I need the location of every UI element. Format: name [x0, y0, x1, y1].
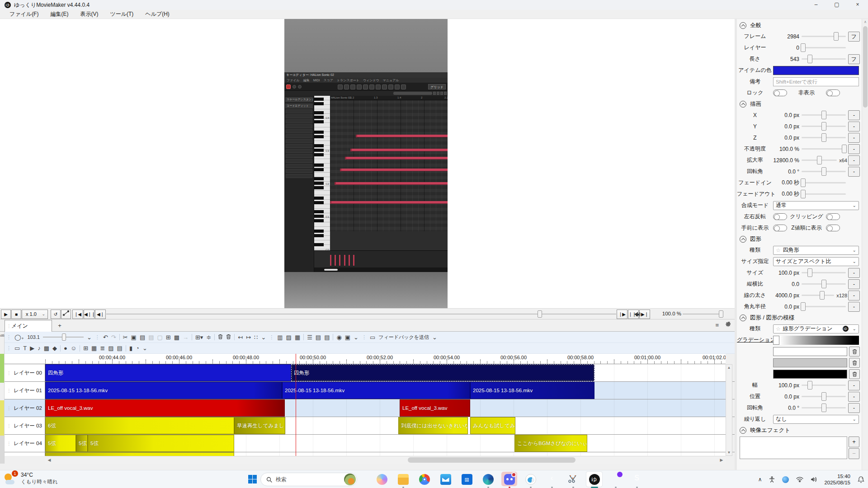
step-back-button[interactable]: ◀❘ — [95, 310, 106, 319]
gradient-color-swatch[interactable] — [773, 358, 847, 367]
redo-icon[interactable]: ↷ — [111, 334, 116, 340]
slider-thumb[interactable] — [801, 190, 806, 198]
video-item-icon[interactable]: ▶ — [30, 345, 34, 351]
delete-color-button[interactable] — [849, 358, 860, 368]
timeline-clip[interactable]: 5弦 — [88, 435, 234, 452]
easing-button[interactable]: - — [848, 279, 860, 289]
text-item-icon[interactable]: T — [23, 345, 27, 351]
speaker-icon[interactable] — [634, 311, 641, 319]
insert-frame-icon[interactable]: ⊞ — [166, 334, 171, 340]
gradient-stop-end[interactable] — [853, 336, 859, 345]
slider-thumb[interactable] — [821, 167, 826, 176]
add-effect-button[interactable]: + — [849, 436, 859, 447]
slider-thumb[interactable] — [817, 156, 822, 164]
taskbar-app-mail[interactable] — [435, 470, 456, 488]
slider-thumb[interactable] — [807, 381, 812, 389]
section-header[interactable]: 図形 / 図形の模様 — [737, 312, 862, 323]
lock-icon[interactable]: ▩ — [174, 334, 179, 340]
prop-value[interactable]: 0.0 px — [773, 112, 799, 118]
prop-dropdown[interactable]: 通常⌄ — [773, 201, 859, 210]
audio-item-icon[interactable]: ♪ — [38, 345, 41, 351]
prop-value[interactable]: 0.00 秒 — [773, 179, 799, 187]
slider-thumb[interactable] — [801, 178, 806, 187]
star-icon[interactable]: ☆ — [776, 326, 781, 332]
cut-icon[interactable]: ✂ — [123, 334, 128, 340]
timeline-clip[interactable]: みんなも試してみて — [470, 417, 515, 434]
open-folder-icon[interactable]: ▨ — [286, 334, 292, 340]
timeline-clip[interactable]: 早速再生してみましょ — [234, 417, 285, 434]
row-height-icon[interactable]: ≑ — [206, 334, 211, 340]
slider-thumb[interactable] — [801, 302, 806, 311]
scene-item-icon[interactable]: ▨ — [108, 345, 113, 351]
taskbar-app-edge[interactable] — [477, 470, 499, 488]
prop-dropdown[interactable]: サイズとアスペクト比⌄ — [773, 257, 859, 266]
overflow-icon[interactable]: ⌄ — [87, 334, 92, 340]
playback-speed-select[interactable]: x 1.0⌄ — [22, 310, 48, 319]
collapse-icon[interactable] — [740, 101, 746, 108]
timeline-clip[interactable]: 6弦 — [45, 417, 234, 434]
skip-start-button[interactable]: ❘◀ — [72, 310, 83, 319]
clock[interactable]: 15:40 2025/08/15 — [824, 473, 850, 486]
voice-item-icon[interactable]: ▭ — [14, 345, 20, 351]
prop-slider[interactable] — [802, 392, 846, 401]
easing-button[interactable]: - — [848, 302, 860, 312]
keyframe-button[interactable]: フ — [848, 54, 860, 64]
menu-item-2[interactable]: 表示(V) — [74, 10, 104, 18]
taskbar-app-voicevox[interactable] — [520, 470, 541, 488]
toggle-ロック[interactable] — [773, 89, 787, 96]
add-file-icon[interactable]: ▥ — [277, 334, 283, 340]
mixer-icon[interactable]: ☰ — [307, 334, 312, 340]
taskbar-app-task-view[interactable] — [350, 470, 371, 488]
taskbar-app-explorer[interactable] — [392, 470, 414, 488]
prop-slider[interactable] — [802, 381, 846, 389]
tab-main[interactable]: ⋮メイン — [5, 320, 52, 332]
hscroll-thumb[interactable] — [408, 457, 576, 463]
menu-item-1[interactable]: 編集(E) — [44, 10, 74, 18]
prop-slider[interactable] — [802, 55, 846, 63]
row-grip-icon[interactable]: ⋮ — [7, 406, 11, 411]
taskbar-app-store[interactable]: ⊞ — [456, 470, 477, 488]
tray-chevron-icon[interactable]: ∧ — [758, 476, 762, 483]
slider-thumb[interactable] — [62, 333, 66, 341]
toggle-クリッピング[interactable] — [826, 213, 840, 220]
collapse-icon[interactable] — [740, 22, 746, 29]
easing-button[interactable]: - — [848, 122, 860, 131]
section-header[interactable]: 図形 — [737, 234, 862, 244]
easing-button[interactable]: - — [848, 133, 860, 143]
timeline-clip[interactable]: 2025-08-15 13-18-56.mkv — [470, 382, 594, 399]
layer-label-3[interactable]: ⋮レイヤー 03 — [5, 417, 45, 434]
easing-button[interactable]: - — [848, 380, 860, 390]
timeline-clip[interactable]: LE_off vocal_3.wav — [400, 399, 470, 417]
skip-end-button[interactable]: ▶❘ — [639, 310, 650, 319]
slider-thumb[interactable] — [834, 32, 839, 41]
pattern-item-icon[interactable]: ▤ — [117, 345, 123, 351]
timeline-clip-selected[interactable]: 四角形 — [291, 364, 594, 381]
timeline-clip[interactable]: 四角形 — [45, 364, 291, 381]
slider-thumb[interactable] — [821, 392, 826, 401]
prop-slider[interactable] — [802, 43, 846, 52]
prop-slider[interactable] — [802, 280, 846, 288]
prop-slider[interactable] — [802, 302, 846, 311]
taskbar-app-chrome-profile[interactable] — [605, 470, 626, 488]
properties-scrollbar[interactable]: ∧ — [862, 19, 868, 470]
layer-label-2[interactable]: ⋮レイヤー 02 — [5, 399, 45, 417]
prop-value[interactable]: 100.0 px — [773, 270, 799, 276]
taskbar-app-mkv-app[interactable]: ‹ — [541, 470, 562, 488]
prop-slider[interactable] — [802, 178, 846, 187]
slider-thumb[interactable] — [801, 43, 806, 52]
play-button[interactable]: ▶ — [1, 310, 11, 319]
grid-menu-icon[interactable]: ⊞▾ — [195, 334, 203, 340]
taskbar-app-discord[interactable] — [499, 470, 520, 488]
save-icon[interactable]: ▦ — [295, 334, 300, 340]
prop-slider[interactable] — [802, 111, 846, 119]
prop-value[interactable]: 0.0 px — [773, 394, 799, 400]
wifi-icon[interactable] — [796, 477, 803, 482]
taskbar-app-s-app[interactable]: S — [626, 470, 647, 488]
undo-icon[interactable]: ↶ — [103, 334, 108, 340]
timeline-zoom-value[interactable]: 103.1 — [27, 334, 40, 340]
layer-track[interactable]: 6弦早速再生してみましょ到底僕には出せないきれいなFみんなも試してみて — [45, 417, 726, 434]
collapse-icon[interactable] — [740, 427, 746, 434]
layer-track[interactable]: 四角形四角形 — [45, 364, 726, 381]
prop-value[interactable]: 2984 — [773, 33, 799, 40]
scrollbar-thumb[interactable] — [863, 26, 868, 108]
